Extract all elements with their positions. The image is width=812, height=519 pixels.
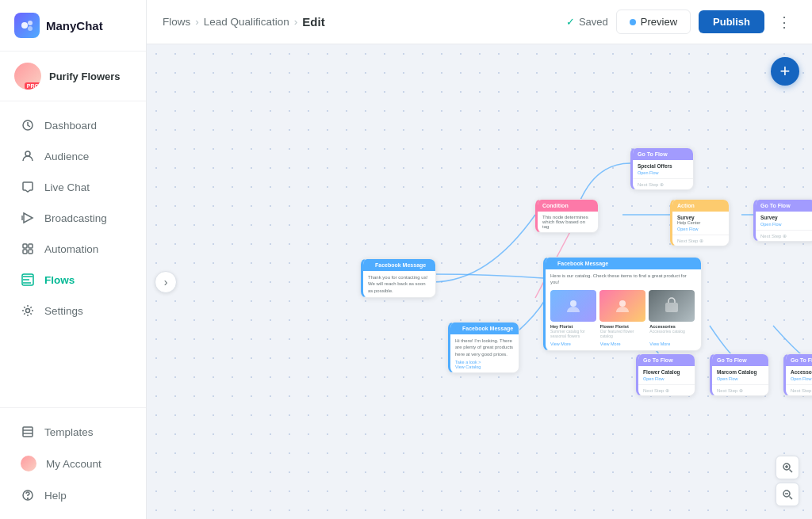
svg-point-12: [26, 309, 30, 313]
breadcrumb-lead[interactable]: Lead Qualification: [204, 16, 289, 28]
node-fb-entry-type: Facebook Message: [375, 262, 426, 268]
header-actions: ✓ Saved Preview Publish ⋮: [566, 10, 796, 34]
automation-label: Automation: [44, 243, 98, 255]
sidebar-item-broadcasting[interactable]: Broadcasting: [6, 203, 140, 233]
pro-badge: PRO: [25, 82, 41, 90]
sidebar-item-dashboard[interactable]: Dashboard: [6, 110, 140, 140]
node-dot3: [455, 326, 460, 331]
node-goto-catalog2-header: Go To Flow: [712, 354, 768, 366]
help-label: Help: [44, 490, 67, 502]
sidebar-item-templates[interactable]: Templates: [6, 417, 140, 447]
node-fb-entry-header: Facebook Message: [363, 259, 435, 271]
more-options-button[interactable]: ⋮: [772, 10, 796, 34]
node-fb-middle-type: Facebook Message: [557, 261, 608, 266]
templates-icon: [21, 425, 35, 439]
node-goto-mid-type: Go To Flow: [760, 203, 791, 208]
node-fb-lower-header: Facebook Message: [450, 322, 519, 334]
svg-point-17: [28, 498, 29, 499]
svg-rect-9: [23, 250, 27, 254]
node-fb-lower-body: Hi there! I'm looking. There are plenty …: [450, 334, 519, 372]
audience-label: Audience: [44, 151, 89, 162]
node-action-header: Action: [672, 200, 729, 212]
canvas-add-button[interactable]: +: [771, 57, 799, 86]
breadcrumb-sep1: ›: [195, 16, 199, 28]
flows-icon: [21, 273, 35, 287]
node-goto-mid-header: Go To Flow: [756, 200, 812, 212]
svg-point-1: [28, 21, 33, 25]
breadcrumb-flows[interactable]: Flows: [163, 16, 190, 28]
node-action[interactable]: Action Survey Help Center Open Flow Next…: [670, 199, 730, 246]
node-goto-mid[interactable]: Go To Flow Survey Open Flow Next Step ⊕: [753, 199, 812, 242]
publish-button[interactable]: Publish: [699, 10, 764, 33]
dashboard-label: Dashboard: [44, 120, 97, 132]
node-fb-lower-type: Facebook Message: [462, 326, 513, 331]
sidebar-item-flows[interactable]: Flows: [6, 265, 140, 295]
user-name: Purify Flowers: [49, 71, 121, 82]
dashboard-icon: [21, 118, 35, 132]
node-fb-middle[interactable]: Facebook Message Here is our catalog. Ch…: [543, 257, 702, 351]
sidebar-item-settings[interactable]: Settings: [6, 296, 140, 326]
svg-point-0: [21, 22, 28, 29]
sidebar-item-livechat[interactable]: Live Chat: [6, 172, 140, 202]
node-goto-catalog1[interactable]: Go To Flow Flower Catalog Open Flow Next…: [636, 353, 695, 396]
node-action-body: Survey Help Center Open Flow: [672, 212, 729, 235]
sidebar-bottom: Templates My Account Help: [0, 407, 146, 519]
account-avatar: [21, 456, 36, 471]
account-label: My Account: [46, 458, 102, 470]
node-goto-top[interactable]: Go To Flow Special Offers Open Flow Next…: [630, 147, 694, 190]
node-fb-lower[interactable]: Facebook Message Hi there! I'm looking. …: [448, 322, 519, 373]
breadcrumb-sep2: ›: [294, 16, 298, 28]
node-action-footer: Next Step ⊕: [672, 235, 729, 246]
svg-marker-5: [24, 213, 33, 223]
svg-rect-13: [23, 427, 33, 437]
breadcrumb-edit: Edit: [302, 15, 324, 29]
svg-point-18: [570, 300, 576, 307]
node-dot2: [550, 261, 555, 266]
svg-line-26: [790, 497, 793, 500]
canvas-nav-arrow[interactable]: ›: [155, 271, 177, 293]
node-goto-catalog3-header: Go To Flow: [786, 354, 812, 366]
preview-dot: [630, 19, 636, 25]
node-goto-top-type: Go To Flow: [638, 151, 668, 157]
zoom-in-button[interactable]: [776, 456, 799, 479]
node-condition-type: Condition: [542, 203, 569, 208]
node-condition[interactable]: Condition This node determines which flo…: [535, 199, 599, 233]
sidebar-item-help[interactable]: Help: [6, 480, 140, 510]
node-goto-catalog3-body: Accessories Catalog Open Flow: [786, 366, 812, 384]
node-goto-top-header: Go To Flow: [633, 148, 693, 160]
zoom-out-button[interactable]: [776, 483, 799, 506]
sidebar-item-account[interactable]: My Account: [6, 448, 140, 479]
sidebar-item-automation[interactable]: Automation: [6, 234, 140, 264]
header: Flows › Lead Qualification › Edit ✓ Save…: [147, 0, 812, 44]
node-goto-top-footer: Next Step ⊕: [633, 178, 693, 189]
flow-canvas[interactable]: Facebook Message Thank you for contactin…: [147, 44, 812, 519]
automation-icon: [21, 242, 35, 256]
node-fb-entry[interactable]: Facebook Message Thank you for contactin…: [361, 258, 436, 298]
node-fb-middle-body: Here is our catalog. Check these items t…: [546, 269, 701, 350]
sidebar-item-audience[interactable]: Audience: [6, 141, 140, 171]
check-icon: ✓: [566, 16, 575, 28]
flows-label: Flows: [44, 274, 75, 286]
svg-rect-10: [29, 250, 33, 254]
node-goto-catalog1-type: Go To Flow: [643, 357, 673, 363]
saved-indicator: ✓ Saved: [566, 16, 608, 28]
node-goto-mid-body: Survey Open Flow: [756, 212, 812, 230]
audience-icon: [21, 149, 35, 163]
node-goto-catalog3[interactable]: Go To Flow Accessories Catalog Open Flow…: [783, 353, 812, 396]
breadcrumb: Flows › Lead Qualification › Edit: [163, 15, 325, 29]
preview-button[interactable]: Preview: [616, 10, 691, 34]
node-goto-catalog2[interactable]: Go To Flow Marcom Catalog Open Flow Next…: [710, 353, 769, 396]
connection-lines: [147, 44, 812, 519]
logo-icon: [14, 13, 40, 38]
node-action-type: Action: [677, 203, 695, 208]
settings-label: Settings: [44, 305, 83, 317]
sidebar: ManyChat PRO Purify Flowers Dashboard: [0, 0, 147, 519]
node-goto-catalog2-body: Marcom Catalog Open Flow: [712, 366, 768, 384]
node-goto-catalog2-type: Go To Flow: [717, 357, 747, 363]
node-goto-top-body: Special Offers Open Flow: [633, 160, 693, 178]
node-goto-catalog1-footer: Next Step ⊕: [638, 384, 695, 395]
node-condition-header: Condition: [538, 200, 598, 212]
avatar: PRO: [14, 63, 41, 90]
node-goto-catalog1-body: Flower Catalog Open Flow: [638, 366, 695, 384]
nav-section: Dashboard Audience Live Chat: [0, 101, 146, 407]
